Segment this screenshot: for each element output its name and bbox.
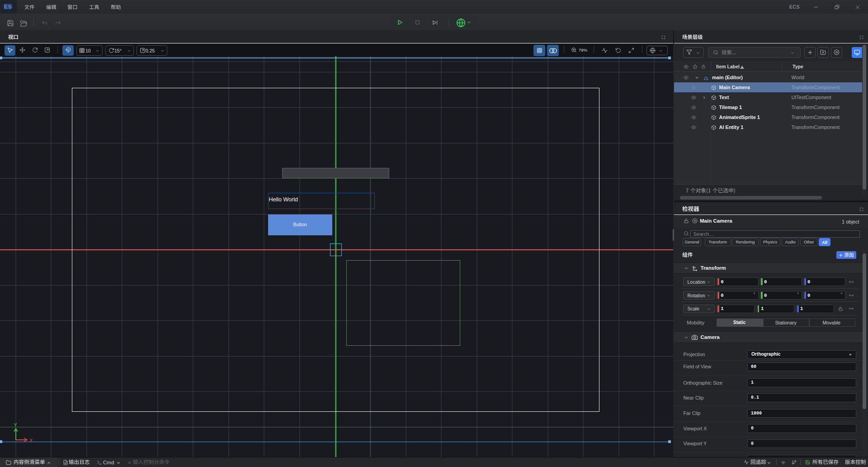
svg-text:X: X	[29, 438, 33, 443]
svg-text:Y: Y	[14, 422, 18, 428]
